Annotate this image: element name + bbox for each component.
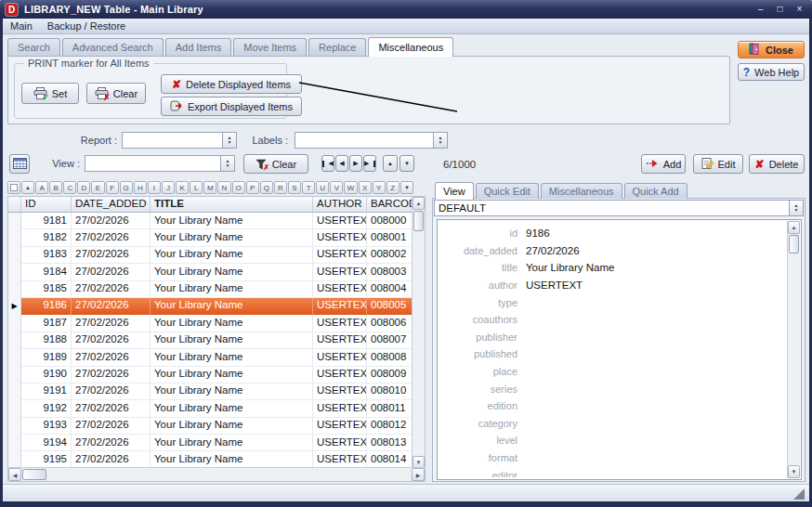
table-row[interactable]: 918927/02/2026Your Library NameUSERTEXT0… <box>8 349 425 366</box>
alphabet-letter-u-button[interactable]: U <box>316 181 329 194</box>
view-combo[interactable]: ▲ ▼ <box>85 155 235 172</box>
column-header-barcode[interactable]: BARCODE <box>367 197 413 213</box>
tab-miscellaneous[interactable]: Miscellaneous <box>368 37 453 57</box>
nav-first-record-button[interactable]: ◀ <box>321 155 334 172</box>
detail-tab-view[interactable]: View <box>435 182 474 200</box>
scroll-down-button[interactable]: ▼ <box>399 155 414 172</box>
tab-add-items[interactable]: Add Items <box>165 38 232 56</box>
table-row[interactable]: 919327/02/2026Your Library NameUSERTEXT0… <box>8 418 425 435</box>
alphabet-letter-y-button[interactable]: Y <box>373 181 386 194</box>
alphabet-letter-j-button[interactable]: J <box>162 181 175 194</box>
set-print-marker-button[interactable]: ✓ Set <box>21 83 79 104</box>
table-row[interactable]: 918327/02/2026Your Library NameUSERTEXT0… <box>8 247 425 264</box>
scroll-down-arrow-icon[interactable]: ▼ <box>788 465 800 478</box>
alphabet-down-button[interactable]: ▼ <box>400 181 413 194</box>
alphabet-letter-q-button[interactable]: Q <box>260 181 273 194</box>
table-row[interactable]: 919227/02/2026Your Library NameUSERTEXT0… <box>8 400 425 417</box>
tab-move-items[interactable]: Move Items <box>233 38 307 56</box>
clear-filter-button[interactable]: ✗ Clear <box>243 154 308 174</box>
table-row[interactable]: 918227/02/2026Your Library NameUSERTEXT0… <box>8 229 425 246</box>
scroll-left-arrow-icon[interactable]: ◀ <box>8 468 21 481</box>
alphabet-letter-g-button[interactable]: G <box>120 181 133 194</box>
menu-main[interactable]: Main <box>3 20 40 32</box>
view-name-spinner[interactable]: ▲ ▼ <box>789 201 803 215</box>
scroll-up-arrow-icon[interactable]: ▲ <box>413 197 425 210</box>
view-combo-spinner[interactable]: ▲ ▼ <box>220 156 234 171</box>
column-header-id[interactable]: ID <box>21 197 72 213</box>
scroll-right-arrow-icon[interactable]: ▶ <box>412 468 425 481</box>
table-row[interactable]: 919427/02/2026Your Library NameUSERTEXT0… <box>8 435 425 451</box>
alphabet-letter-n-button[interactable]: N <box>217 181 230 194</box>
report-combo[interactable]: ▲ ▼ <box>122 132 237 149</box>
alphabet-letter-s-button[interactable]: S <box>288 181 301 194</box>
alphabet-up-button[interactable]: ▲ <box>21 181 34 194</box>
alphabet-letter-l-button[interactable]: L <box>190 181 203 194</box>
alphabet-letter-z-button[interactable]: Z <box>386 181 399 194</box>
detail-tab-miscellaneous[interactable]: Miscellaneous <box>541 183 622 199</box>
table-row[interactable]: 918527/02/2026Your Library NameUSERTEXT0… <box>8 281 425 298</box>
detail-tab-quick-add[interactable]: Quick Add <box>624 183 688 199</box>
menu-backup-restore[interactable]: Backup / Restore <box>40 20 133 32</box>
alphabet-letter-c-button[interactable]: C <box>63 181 76 194</box>
alphabet-letter-m-button[interactable]: M <box>203 181 216 194</box>
alphabet-letter-t-button[interactable]: T <box>302 181 315 194</box>
minimize-icon[interactable]: – <box>753 3 767 16</box>
delete-button[interactable]: ✘ Delete <box>749 154 805 174</box>
table-row[interactable]: 918127/02/2026Your Library NameUSERTEXT0… <box>8 213 425 229</box>
nav-last-record-button[interactable]: ▶ <box>363 155 376 172</box>
delete-displayed-items-button[interactable]: ✘ Delete Displayed Items <box>161 74 302 94</box>
vertical-scrollbar-track[interactable] <box>413 232 425 456</box>
clear-print-marker-button[interactable]: ✗ Clear <box>86 83 146 104</box>
tab-replace[interactable]: Replace <box>308 38 366 56</box>
labels-combo[interactable]: ▲ ▼ <box>295 132 448 149</box>
close-icon[interactable]: × <box>792 3 806 16</box>
detail-scrollbar-thumb[interactable] <box>789 235 799 254</box>
alphabet-letter-k-button[interactable]: K <box>176 181 189 194</box>
detail-scrollbar-track[interactable] <box>788 254 800 465</box>
grid-horizontal-scrollbar[interactable]: ◀ ▶ <box>8 467 425 481</box>
scroll-up-button[interactable]: ▲ <box>383 155 398 172</box>
horizontal-scrollbar-thumb[interactable] <box>22 469 46 480</box>
tab-advanced-search[interactable]: Advanced Search <box>62 38 164 56</box>
grid-vertical-scrollbar[interactable]: ▲ ▼ <box>412 197 425 469</box>
edit-button[interactable]: Edit <box>693 154 743 174</box>
alphabet-letter-d-button[interactable]: D <box>77 181 90 194</box>
view-name-combo[interactable]: DEFAULT ▲ ▼ <box>434 200 804 216</box>
maximize-icon[interactable]: □ <box>773 3 787 16</box>
alphabet-letter-a-button[interactable]: A <box>35 181 48 194</box>
table-row[interactable]: 918427/02/2026Your Library NameUSERTEXT0… <box>8 264 425 280</box>
alphabet-letter-x-button[interactable]: X <box>359 181 372 194</box>
resize-grip[interactable] <box>793 488 805 500</box>
vertical-scrollbar-thumb[interactable] <box>413 211 424 231</box>
table-row[interactable]: 918727/02/2026Your Library NameUSERTEXT0… <box>8 315 425 332</box>
table-row[interactable]: ▶918627/02/2026Your Library NameUSERTEXT… <box>8 298 425 315</box>
web-help-button[interactable]: ? Web Help <box>738 63 805 81</box>
alphabet-all-checkbox-button[interactable] <box>7 181 20 194</box>
alphabet-letter-o-button[interactable]: O <box>232 181 245 194</box>
column-header-author[interactable]: AUTHOR <box>313 197 367 213</box>
alphabet-letter-w-button[interactable]: W <box>344 181 357 194</box>
alphabet-letter-r-button[interactable]: R <box>274 181 287 194</box>
table-row[interactable]: 919127/02/2026Your Library NameUSERTEXT0… <box>8 384 425 400</box>
detail-vertical-scrollbar[interactable]: ▲ ▼ <box>787 221 800 478</box>
alphabet-letter-p-button[interactable]: P <box>246 181 259 194</box>
alphabet-letter-b-button[interactable]: B <box>49 181 62 194</box>
report-combo-spinner[interactable]: ▲ ▼ <box>222 133 236 148</box>
horizontal-scrollbar-track[interactable] <box>47 468 412 481</box>
nav-previous-record-button[interactable]: ◀ <box>335 155 348 172</box>
column-header-date-added[interactable]: DATE_ADDED <box>72 197 151 213</box>
nav-next-record-button[interactable]: ▶ <box>349 155 362 172</box>
tab-search[interactable]: Search <box>7 38 60 56</box>
export-displayed-items-button[interactable]: Export Displayed Items <box>161 97 302 116</box>
alphabet-letter-e-button[interactable]: E <box>91 181 104 194</box>
close-button[interactable]: Close <box>738 41 805 58</box>
labels-combo-spinner[interactable]: ▲ ▼ <box>433 133 447 148</box>
detail-tab-quick-edit[interactable]: Quick Edit <box>476 183 539 199</box>
table-row[interactable]: 918827/02/2026Your Library NameUSERTEXT0… <box>8 332 425 349</box>
table-row[interactable]: 919027/02/2026Your Library NameUSERTEXT0… <box>8 367 425 384</box>
column-header-title[interactable]: TITLE <box>151 197 313 213</box>
add-button[interactable]: Add <box>641 154 686 174</box>
alphabet-letter-h-button[interactable]: H <box>134 181 147 194</box>
alphabet-letter-i-button[interactable]: I <box>148 181 161 194</box>
alphabet-letter-f-button[interactable]: F <box>106 181 119 194</box>
